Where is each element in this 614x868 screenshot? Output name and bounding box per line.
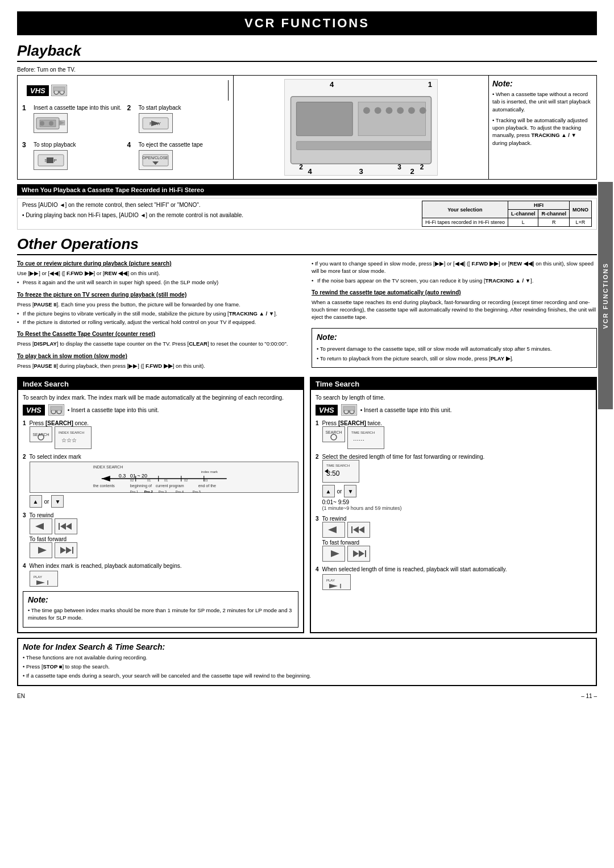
svg-text:PLAY: PLAY (326, 579, 335, 582)
svg-text:Pro.1: Pro.1 (130, 490, 138, 493)
diag-num-4b: 4 (308, 167, 312, 176)
time-up-arrow-btn[interactable]: ▲ (322, 485, 335, 497)
playback-heading: Playback (17, 42, 597, 62)
note-bullet-1: • When a cassette tape without a record … (492, 90, 593, 113)
vcr-functions-sidebar: VCR FUNCTIONS (598, 182, 613, 409)
svg-text:end of the: end of the (198, 484, 215, 488)
svg-text:☆☆☆: ☆☆☆ (61, 437, 77, 443)
svg-point-27 (420, 107, 426, 114)
svg-text:01: 01 (147, 479, 151, 482)
svg-point-23 (375, 107, 381, 114)
ops-heading-counter: To Reset the Cassette Tape Counter (coun… (17, 330, 302, 338)
svg-rect-3 (53, 87, 65, 91)
svg-point-26 (408, 107, 415, 114)
svg-text:OPEN/CLOSE: OPEN/CLOSE (142, 156, 168, 160)
svg-marker-88 (359, 526, 364, 533)
down-arrow-btn[interactable]: ▼ (51, 495, 64, 508)
index-step-3-content: To rewind (30, 512, 298, 558)
playback-section: Playback Before: Turn on the TV. VHS (17, 42, 597, 230)
hifi-td-r: R (538, 218, 570, 227)
time-step-1-num: 1 (316, 420, 319, 426)
time-step-3-rewind-icons (322, 522, 591, 538)
step-2-content: To start playback PLAY (139, 104, 229, 133)
svg-point-7 (49, 121, 53, 126)
time-step-3: 3 To rewind (316, 516, 591, 562)
hifi-td-lr: L+R (570, 218, 592, 227)
hifi-content: Press [AUDIO ◄] on the remote control, t… (17, 198, 597, 230)
step-1-label: Insert a cassette tape into this unit. (34, 104, 124, 111)
ops-note-title: Note: (317, 332, 592, 343)
note-for-search-bullet-1: • These functions are not available duri… (23, 654, 591, 661)
index-step-3-num: 3 (23, 512, 26, 518)
page-title: VCR FUNCTIONS (17, 11, 597, 35)
index-step-3-icons (30, 518, 298, 534)
hifi-th-hifi: HIFI (508, 201, 569, 210)
svg-marker-86 (328, 526, 337, 533)
time-step-3-label-rewind: To rewind (322, 516, 591, 522)
svg-text:PLAY: PLAY (34, 575, 42, 579)
ops-heading-still: To freeze the picture on TV screen durin… (17, 291, 302, 299)
time-or-text: or (337, 488, 342, 495)
diag-num-2: 2 (410, 167, 414, 176)
hifi-th-selection: Your selection (422, 201, 508, 218)
time-vhs-badge: VHS (316, 405, 338, 416)
vhs-badge: VHS (27, 85, 49, 96)
svg-marker-65 (60, 523, 66, 530)
index-search-result-1: INDEX SEARCH ☆☆☆ (55, 426, 92, 449)
step-4-label: To eject the cassette tape (139, 141, 229, 148)
index-step-1-num: 1 (23, 420, 26, 426)
time-step-1-label: Press [SEARCH] twice. (322, 420, 591, 426)
playback-steps: VHS 1 Insert (18, 76, 234, 179)
time-down-arrow-btn[interactable]: ▼ (344, 485, 356, 497)
time-step-2-arrows: ▲ or ▼ (322, 485, 591, 497)
svg-marker-90 (331, 550, 339, 557)
svg-marker-87 (353, 526, 359, 533)
svg-rect-28 (296, 142, 431, 150)
hifi-text-2: • During playing back non Hi-Fi tapes, [… (22, 211, 416, 219)
svg-marker-64 (35, 523, 44, 530)
index-note-text: • The time gap between index marks shoul… (28, 607, 293, 622)
index-step-2: 2 To select index mark INDEX SEARCH 0.3 (23, 454, 298, 508)
hifi-table: Your selection HIFI MONO L-channel R-cha… (422, 201, 592, 227)
other-ops-heading: Other Operations (17, 235, 597, 255)
svg-marker-66 (66, 523, 72, 530)
svg-text:02: 02 (184, 479, 188, 482)
svg-marker-42 (101, 476, 110, 481)
diag-num-3: 3 (359, 167, 363, 176)
svg-point-22 (363, 107, 370, 114)
ops-note-bullet-1: • To prevent damage to the cassette tape… (317, 345, 592, 352)
up-arrow-btn[interactable]: ▲ (30, 495, 42, 508)
ops-text-speed: • If you want to change speed in slow mo… (312, 260, 597, 275)
index-step-2-icon: INDEX SEARCH 0.3 01 ~ 20 (30, 462, 298, 493)
index-search-intro: To search by index mark. The index mark … (23, 394, 298, 401)
ops-text-still: Press [PAUSE II]. Each time you press th… (17, 301, 302, 308)
footer-en: EN (17, 693, 25, 699)
index-vhs-label: • Insert a cassette tape into this unit. (68, 407, 159, 413)
other-operations-section: Other Operations To cue or review pictur… (17, 235, 597, 371)
time-step-3-ff-icons (322, 546, 591, 562)
index-step-4-num: 4 (23, 563, 26, 569)
index-step-1-label: Press [SEARCH] once. (30, 420, 298, 426)
index-search-header: Index Search (18, 378, 303, 390)
time-step-4-label: When selected length of time is reached,… (322, 566, 591, 572)
svg-text:3:50: 3:50 (326, 470, 340, 477)
hifi-th-mono: MONO (570, 201, 592, 218)
time-search-icon-1: SEARCH (322, 426, 345, 442)
hifi-banner: When You Playback a Cassette Tape Record… (17, 184, 597, 196)
index-step-2-label: To select index mark (30, 454, 298, 460)
ops-bullet-noise: If the noise bars appear on the TV scree… (312, 277, 597, 284)
ops-columns: To cue or review picture during playback… (17, 260, 597, 371)
step-2-icon: PLAY (139, 113, 173, 133)
time-step-2-content: Select the desired length of time for fa… (322, 454, 591, 511)
ops-heading-search: To cue or review picture during playback… (17, 260, 302, 268)
ops-right-col: • If you want to change speed in slow mo… (312, 260, 597, 371)
time-step-2-label: Select the desired length of time for fa… (322, 454, 591, 460)
step-2-label: To start playback (139, 104, 229, 111)
vhs-icon (51, 85, 67, 96)
hifi-text: Press [AUDIO ◄] on the remote control, t… (22, 201, 416, 227)
hifi-th-rchannel: R-channel (538, 210, 570, 218)
time-step-2: 2 Select the desired length of time for … (316, 454, 591, 511)
index-rewind-result (55, 518, 77, 534)
time-step-3-content: To rewind (322, 516, 591, 562)
svg-rect-35 (51, 406, 62, 410)
